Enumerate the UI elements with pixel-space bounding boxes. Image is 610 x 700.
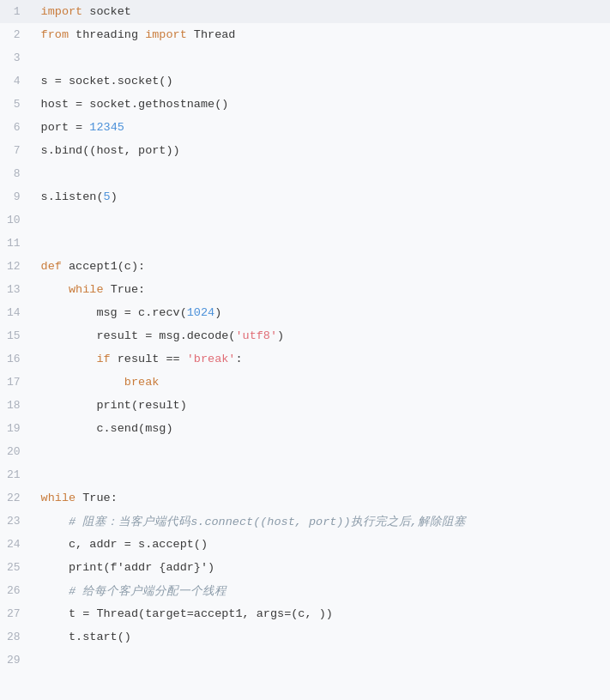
table-row: 7s.bind((host, port)) [0, 139, 610, 162]
line-number: 20 [0, 440, 34, 463]
line-number: 23 [0, 510, 34, 533]
code-line: c, addr = s.accept() [34, 533, 610, 556]
line-number: 14 [0, 301, 34, 324]
line-number: 21 [0, 463, 34, 486]
table-row: 26 # 给每个客户端分配一个线程 [0, 579, 610, 602]
code-line: import socket [34, 0, 610, 23]
plain-token: c.send(msg) [41, 422, 173, 435]
line-number: 28 [0, 625, 34, 649]
code-line: host = socket.gethostname() [34, 93, 610, 116]
line-number: 29 [0, 649, 34, 672]
table-row: 19 c.send(msg) [0, 417, 610, 440]
plain-token: ) [111, 190, 118, 203]
line-number: 1 [0, 0, 34, 23]
plain-token: t = Thread(target=accept1, args=(c, )) [41, 607, 333, 620]
line-number: 11 [0, 232, 34, 255]
plain-token: print(result) [41, 399, 187, 412]
table-row: 12def accept1(c): [0, 255, 610, 278]
plain-token: port = [41, 121, 90, 134]
code-line: # 阻塞：当客户端代码s.connect((host, port))执行完之后,… [34, 510, 610, 533]
line-number: 7 [0, 139, 34, 162]
code-line: # 给每个客户端分配一个线程 [34, 579, 610, 602]
plain-token: msg = c.recv( [41, 306, 187, 319]
table-row: 3 [0, 46, 610, 69]
code-line: msg = c.recv(1024) [34, 301, 610, 324]
code-line: while True: [34, 486, 610, 510]
plain-token: threading [69, 28, 145, 41]
plain-token: s.bind((host, port)) [41, 144, 180, 157]
code-line: def accept1(c): [34, 255, 610, 278]
code-line: while True: [34, 278, 610, 301]
line-number: 16 [0, 347, 34, 371]
code-line: s.bind((host, port)) [34, 139, 610, 162]
plain-token: s = socket.socket() [41, 75, 173, 88]
table-row: 28 t.start() [0, 625, 610, 649]
plain-token: host = socket.gethostname() [41, 98, 229, 111]
plain-token [41, 353, 97, 365]
table-row: 13 while True: [0, 278, 610, 301]
table-row: 29 [0, 649, 610, 672]
plain-token [41, 283, 69, 296]
plain-token: s.listen( [41, 190, 104, 203]
code-editor: 1import socket2from threading import Thr… [0, 0, 610, 700]
table-row: 2from threading import Thread [0, 23, 610, 46]
table-row: 4s = socket.socket() [0, 69, 610, 93]
kw-token: break [124, 376, 160, 389]
line-number: 3 [0, 46, 34, 69]
table-row: 10 [0, 208, 610, 232]
num-token: 12345 [89, 121, 124, 134]
kw-token: while [69, 283, 104, 296]
code-line: s = socket.socket() [34, 69, 610, 93]
code-line: t = Thread(target=accept1, args=(c, )) [34, 602, 610, 625]
line-number: 24 [0, 533, 34, 556]
line-number: 25 [0, 556, 34, 579]
line-number: 12 [0, 255, 34, 278]
line-number: 17 [0, 371, 34, 394]
plain-token: True: [104, 283, 146, 296]
line-number: 5 [0, 93, 34, 116]
table-row: 17 break [0, 371, 610, 394]
line-number: 6 [0, 116, 34, 139]
table-row: 11 [0, 232, 610, 255]
table-row: 6port = 12345 [0, 116, 610, 139]
kw-token: def [41, 260, 62, 273]
num-token: 1024 [187, 306, 214, 319]
code-table: 1import socket2from threading import Thr… [0, 0, 610, 672]
code-line [34, 208, 610, 232]
table-row: 23 # 阻塞：当客户端代码s.connect((host, port))执行完… [0, 510, 610, 533]
table-row: 5host = socket.gethostname() [0, 93, 610, 116]
str-token: 'utf8' [235, 329, 277, 342]
line-number: 26 [0, 579, 34, 602]
line-number: 8 [0, 162, 34, 185]
code-line: break [34, 371, 610, 394]
line-number: 22 [0, 486, 34, 510]
line-number: 13 [0, 278, 34, 301]
table-row: 8 [0, 162, 610, 185]
plain-token: ) [277, 329, 284, 342]
code-line: print(f'addr {addr}') [34, 556, 610, 579]
line-number: 9 [0, 185, 34, 208]
line-number: 15 [0, 324, 34, 347]
table-row: 27 t = Thread(target=accept1, args=(c, )… [0, 602, 610, 625]
code-line: result = msg.decode('utf8') [34, 324, 610, 347]
code-line: if result == 'break': [34, 347, 610, 371]
line-number: 19 [0, 417, 34, 440]
plain-token: result = msg.decode( [41, 329, 236, 342]
code-line: s.listen(5) [34, 185, 610, 208]
kw-token: import [145, 28, 187, 41]
table-row: 1import socket [0, 0, 610, 23]
plain-token [41, 376, 124, 389]
code-line: print(result) [34, 394, 610, 417]
plain-token: result == [111, 353, 187, 365]
plain-token: Thread [187, 28, 236, 41]
table-row: 15 result = msg.decode('utf8') [0, 324, 610, 347]
plain-token: print(f'addr {addr}') [41, 561, 215, 574]
code-line [34, 232, 610, 255]
code-line: c.send(msg) [34, 417, 610, 440]
table-row: 22while True: [0, 486, 610, 510]
plain-token: : [235, 353, 242, 365]
plain-token: c, addr = s.accept() [41, 538, 208, 551]
comment-token: # 给每个客户端分配一个线程 [41, 585, 227, 598]
kw-token: while [41, 492, 76, 504]
table-row: 18 print(result) [0, 394, 610, 417]
